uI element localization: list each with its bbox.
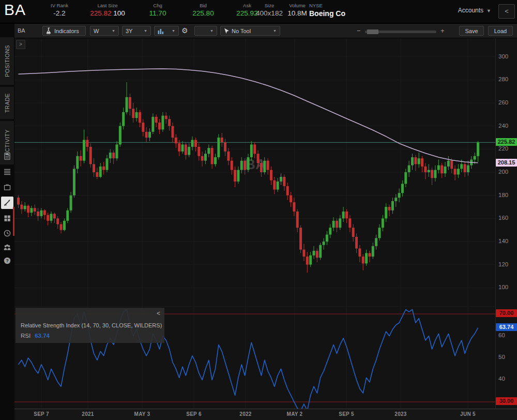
field-value: -2.2 [39, 9, 80, 18]
time-axis-label: MAY 2 [287, 411, 303, 417]
timeframe-dropdown[interactable]: W▼ [90, 26, 119, 36]
time-axis-label: JUN 5 [460, 411, 476, 417]
quote-field-size: Size400x182 [254, 3, 285, 18]
field-value: 225.82 100 [82, 9, 133, 18]
time-axis-label: 2023 [394, 411, 406, 417]
rsi-overbought-badge: 70.00 [496, 309, 517, 317]
exchange-label: NYSE [309, 3, 345, 9]
symbol-title: BA [4, 1, 26, 19]
rsi-last-value: 63.74 [35, 333, 50, 339]
rsi-tick-label: 50 [498, 354, 505, 360]
community-icon[interactable] [1, 241, 13, 253]
quote-field-iv-rank: IV Rank-2.2 [39, 3, 80, 18]
toolbar-symbol-label: BA [18, 27, 25, 34]
time-axis-label: MAY 3 [134, 411, 150, 417]
quote-field-volume: Volume10.8M [282, 3, 313, 18]
ma-value-badge: 208.15 [496, 159, 517, 167]
time-axis-label: SEP 7 [34, 411, 49, 417]
rsi-legend: < Relative Strength Index (14, 70, 30, C… [16, 308, 164, 343]
grid-icon[interactable] [1, 212, 13, 224]
pane-expand-button[interactable]: > [16, 40, 25, 49]
settings-gear-icon[interactable]: ⚙ [181, 26, 188, 35]
chevron-down-icon: ▼ [172, 26, 175, 36]
flask-icon [46, 27, 52, 37]
trading-app: BA IV Rank-2.2Last Size225.82 100Chg11.7… [0, 0, 517, 420]
time-axis[interactable]: SEP 72021MAY 3SEP 62022MAY 2SEP 52023JUN… [14, 409, 517, 420]
svg-text:?: ? [6, 258, 9, 263]
price-tick-label: 200 [498, 169, 508, 175]
chevron-down-icon: ▼ [144, 26, 147, 36]
timeframe-value: W [94, 28, 99, 34]
load-button[interactable]: Load [488, 26, 513, 36]
field-value: 225.80 [181, 9, 225, 18]
price-axis[interactable]: 3002802602402202001801601401201006050402… [495, 38, 517, 409]
chevron-down-icon: ▼ [112, 26, 115, 36]
price-tick-label: 220 [498, 145, 508, 152]
chevron-down-icon: ▼ [273, 26, 277, 36]
field-value: 10.8M [282, 9, 313, 18]
left-sidebar: POSITIONSTRADEACTIVITY ? [0, 24, 14, 420]
rsi-tick-label: 40 [498, 376, 505, 382]
field-label: Chg [136, 3, 179, 9]
field-label: Bid [181, 3, 225, 9]
legend-collapse-icon[interactable]: < [157, 310, 160, 317]
rsi-value-row: RSI63.74 [21, 333, 50, 339]
quote-field-bid: Bid225.80 [181, 3, 225, 18]
price-tick-label: 160 [498, 215, 508, 221]
last-price-badge: 225.82 [496, 138, 517, 146]
price-tick-label: 120 [498, 261, 508, 267]
calculator-icon[interactable] [1, 150, 13, 162]
history-icon[interactable] [1, 227, 13, 239]
indicators-label: Indicators [54, 28, 79, 34]
help-icon[interactable]: ? [1, 254, 13, 267]
price-tick-label: 300 [498, 53, 508, 59]
indicators-button[interactable]: Indicators [42, 26, 86, 36]
range-dropdown[interactable]: 3Y▼ [122, 26, 151, 36]
rsi-last-badge: 63.74 [496, 323, 517, 331]
sidebar-tab-label: TRADE [4, 93, 10, 113]
price-tick-label: 280 [498, 76, 508, 82]
drawing-tool-dropdown[interactable]: No Tool▼ [220, 26, 280, 36]
candlestick-chart-canvas[interactable] [14, 38, 495, 306]
quote-field-chg: Chg11.70 [136, 3, 179, 18]
company-name: Boeing Co [309, 9, 345, 18]
chart-area: BA > < Relative Strength Index (14, 70, … [14, 38, 495, 409]
zoom-slider-handle[interactable] [367, 29, 378, 34]
rsi-label: RSI [21, 333, 31, 339]
quote-header: BA IV Rank-2.2Last Size225.82 100Chg11.7… [0, 0, 517, 23]
save-button[interactable]: Save [459, 26, 484, 36]
time-axis-label: 2022 [239, 411, 251, 417]
zoom-out-button[interactable]: − [357, 27, 361, 34]
field-label: Size [254, 3, 285, 9]
time-axis-label: SEP 5 [339, 411, 354, 417]
sidebar-tab-positions[interactable]: POSITIONS [0, 37, 14, 85]
accounts-dropdown[interactable]: Accounts▼ [458, 7, 491, 14]
quote-field-last-size: Last Size225.82 100 [82, 3, 133, 18]
folder-icon[interactable] [1, 181, 13, 193]
field-value: 400x182 [254, 9, 285, 18]
chart-icon[interactable] [1, 197, 13, 209]
price-tick-label: 180 [498, 192, 508, 198]
field-label: IV Rank [39, 3, 80, 9]
price-tick-label: 100 [498, 284, 508, 290]
chart-type-dropdown[interactable]: ▼ [154, 26, 179, 36]
field-label: Last Size [82, 3, 133, 9]
price-tick-label: 260 [498, 99, 508, 106]
panel-collapse-button[interactable]: < [498, 4, 515, 19]
chevron-down-icon: ▼ [486, 8, 491, 13]
chevron-down-icon: ▼ [210, 26, 214, 36]
sidebar-tab-trade[interactable]: TRADE [0, 87, 14, 119]
watchlist-icon[interactable] [1, 166, 13, 178]
field-value: 11.70 [136, 9, 179, 18]
chart-toolbar: BA Indicators W▼ 3Y▼ ▼ ⚙ ▼ No Tool▼ − + … [14, 24, 517, 38]
time-axis-label: SEP 6 [186, 411, 202, 417]
zoom-in-button[interactable]: + [440, 27, 445, 34]
price-tick-label: 240 [498, 123, 508, 129]
time-axis-label: 2021 [82, 411, 94, 417]
zoom-slider[interactable] [365, 31, 436, 33]
field-label: Volume [282, 3, 313, 9]
style-dropdown[interactable]: ▼ [194, 26, 217, 36]
range-value: 3Y [126, 28, 132, 34]
accounts-label: Accounts [458, 7, 483, 14]
price-tick-label: 140 [498, 238, 508, 244]
